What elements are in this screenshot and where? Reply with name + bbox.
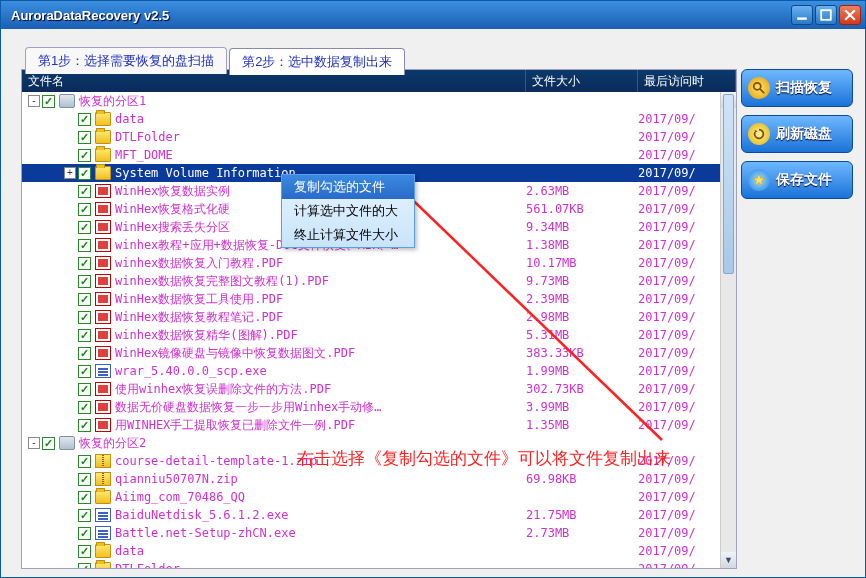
row-checkbox[interactable] (78, 563, 91, 569)
row-checkbox[interactable] (78, 257, 91, 270)
table-row[interactable]: WinHex数据恢复教程笔记.PDF2.98MB2017/09/ (22, 308, 736, 326)
file-size: 3.99MB (526, 400, 638, 414)
file-name: data (115, 112, 144, 126)
file-name: 用WINHEX手工提取恢复已删除文件一例.PDF (115, 417, 355, 434)
file-size: 302.73KB (526, 382, 638, 396)
row-checkbox[interactable] (78, 401, 91, 414)
table-row[interactable]: DTLFolder2017/09/ (22, 128, 736, 146)
table-row[interactable]: winhex数据恢复精华(图解).PDF5.31MB2017/09/ (22, 326, 736, 344)
table-row[interactable]: qianniu50707N.zip69.98KB2017/09/ (22, 470, 736, 488)
table-row[interactable]: DTLFolder2017/09/ (22, 560, 736, 568)
row-checkbox[interactable] (78, 527, 91, 540)
tab-step2[interactable]: 第2步：选中数据复制出来 (229, 48, 405, 75)
file-size: 561.07KB (526, 202, 638, 216)
table-row[interactable]: data2017/09/ (22, 542, 736, 560)
row-checkbox[interactable] (78, 203, 91, 216)
folder-icon (95, 130, 111, 144)
row-checkbox[interactable] (42, 437, 55, 450)
ctx-stop-calc[interactable]: 终止计算文件大小 (282, 223, 414, 247)
table-row[interactable]: WinHex镜像硬盘与镜像中恢复数据图文.PDF383.33KB2017/09/ (22, 344, 736, 362)
table-row[interactable]: winhex数据恢复完整图文教程(1).PDF9.73MB2017/09/ (22, 272, 736, 290)
file-name: wrar_5.40.0.0_scp.exe (115, 364, 267, 378)
row-checkbox[interactable] (78, 113, 91, 126)
table-row[interactable]: data2017/09/ (22, 110, 736, 128)
file-name: System Volume Information (115, 166, 296, 180)
table-row[interactable]: Battle.net-Setup-zhCN.exe2.73MB2017/09/ (22, 524, 736, 542)
row-checkbox[interactable] (78, 131, 91, 144)
minimize-button[interactable] (791, 5, 813, 25)
row-checkbox[interactable] (78, 149, 91, 162)
tab-step1[interactable]: 第1步：选择需要恢复的盘扫描 (25, 47, 227, 74)
col-lastaccess[interactable]: 最后访问时 (638, 70, 736, 92)
file-name: Aiimg_com_70486_QQ (115, 490, 245, 504)
pdf-icon (95, 238, 111, 252)
exe-icon (95, 508, 111, 522)
close-icon (844, 9, 856, 21)
row-checkbox[interactable] (78, 455, 91, 468)
file-size: 9.73MB (526, 274, 638, 288)
context-menu: 复制勾选的文件 计算选中文件的大 终止计算文件大小 (281, 174, 415, 248)
side-buttons: 扫描恢复 刷新磁盘 保存文件 (741, 69, 853, 569)
table-row[interactable]: wrar_5.40.0.0_scp.exe1.99MB2017/09/ (22, 362, 736, 380)
pdf-icon (95, 184, 111, 198)
table-row[interactable]: 使用winhex恢复误删除文件的方法.PDF302.73KB2017/09/ (22, 380, 736, 398)
ctx-calc-size[interactable]: 计算选中文件的大 (282, 199, 414, 223)
table-row[interactable]: 数据无价硬盘数据恢复一步一步用Winhex手动修…3.99MB2017/09/ (22, 398, 736, 416)
row-checkbox[interactable] (78, 239, 91, 252)
row-checkbox[interactable] (78, 311, 91, 324)
row-checkbox[interactable] (78, 509, 91, 522)
row-checkbox[interactable] (78, 473, 91, 486)
table-row[interactable]: WinHex数据恢复工具使用.PDF2.39MB2017/09/ (22, 290, 736, 308)
pdf-icon (95, 400, 111, 414)
tree-body[interactable]: -恢复的分区1data2017/09/DTLFolder2017/09/MFT_… (22, 92, 736, 568)
file-size: 2.98MB (526, 310, 638, 324)
file-size: 1.38MB (526, 238, 638, 252)
row-checkbox[interactable] (78, 329, 91, 342)
pdf-icon (95, 292, 111, 306)
table-row[interactable]: 用WINHEX手工提取恢复已删除文件一例.PDF1.35MB2017/09/ (22, 416, 736, 434)
titlebar[interactable]: AuroraDataRecovery v2.5 (1, 1, 865, 29)
refresh-disk-button[interactable]: 刷新磁盘 (741, 115, 853, 153)
file-name: 数据无价硬盘数据恢复一步一步用Winhex手动修… (115, 399, 382, 416)
expand-toggle[interactable]: + (64, 167, 76, 179)
pdf-icon (95, 274, 111, 288)
svg-line-4 (760, 89, 764, 93)
scan-recover-button[interactable]: 扫描恢复 (741, 69, 853, 107)
svg-rect-1 (821, 10, 831, 20)
row-checkbox[interactable] (78, 167, 91, 180)
expand-toggle[interactable]: - (28, 95, 40, 107)
file-size: 1.99MB (526, 364, 638, 378)
table-row[interactable]: winhex数据恢复入门教程.PDF10.17MB2017/09/ (22, 254, 736, 272)
zip-icon (95, 472, 111, 486)
row-checkbox[interactable] (78, 293, 91, 306)
save-files-button[interactable]: 保存文件 (741, 161, 853, 199)
row-checkbox[interactable] (78, 545, 91, 558)
col-filesize[interactable]: 文件大小 (526, 70, 638, 92)
close-button[interactable] (839, 5, 861, 25)
row-checkbox[interactable] (42, 95, 55, 108)
maximize-button[interactable] (815, 5, 837, 25)
vertical-scrollbar[interactable]: ▲ ▼ (720, 92, 736, 568)
row-checkbox[interactable] (78, 185, 91, 198)
row-checkbox[interactable] (78, 383, 91, 396)
table-row[interactable]: BaiduNetdisk_5.6.1.2.exe21.75MB2017/09/ (22, 506, 736, 524)
pdf-icon (95, 328, 111, 342)
row-checkbox[interactable] (78, 491, 91, 504)
row-checkbox[interactable] (78, 365, 91, 378)
file-name: BaiduNetdisk_5.6.1.2.exe (115, 508, 288, 522)
pdf-icon (95, 202, 111, 216)
table-row[interactable]: MFT_DOME2017/09/ (22, 146, 736, 164)
table-row[interactable]: -恢复的分区1 (22, 92, 736, 110)
row-checkbox[interactable] (78, 275, 91, 288)
file-name: winhex数据恢复完整图文教程(1).PDF (115, 273, 329, 290)
scroll-down-button[interactable]: ▼ (721, 552, 736, 568)
expand-toggle[interactable]: - (28, 437, 40, 449)
row-checkbox[interactable] (78, 347, 91, 360)
ctx-copy-checked[interactable]: 复制勾选的文件 (282, 175, 414, 199)
file-name: WinHex恢复格式化硬 (115, 201, 230, 218)
scroll-thumb[interactable] (723, 94, 734, 274)
svg-rect-0 (797, 17, 807, 19)
row-checkbox[interactable] (78, 221, 91, 234)
row-checkbox[interactable] (78, 419, 91, 432)
table-row[interactable]: Aiimg_com_70486_QQ2017/09/ (22, 488, 736, 506)
